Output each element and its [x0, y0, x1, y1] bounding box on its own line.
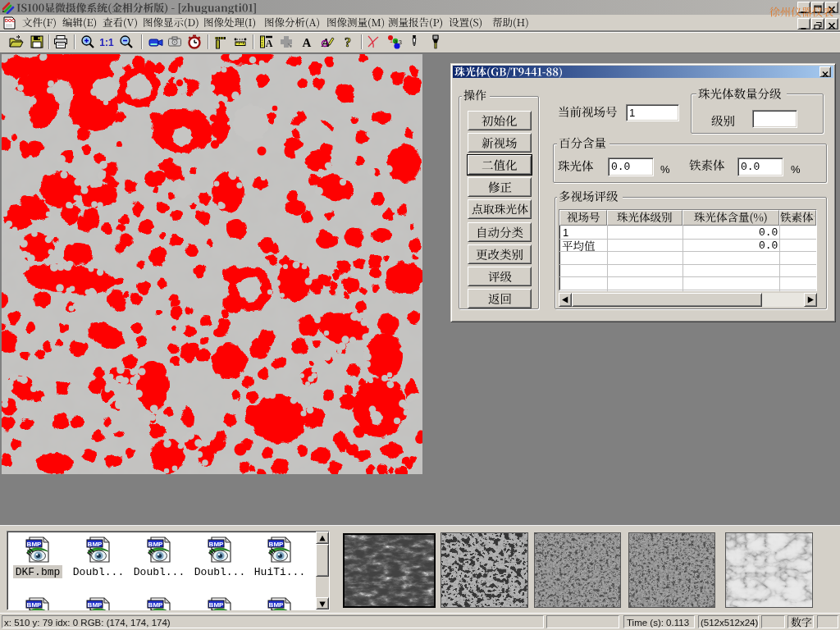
svg-text:a: a	[395, 39, 398, 44]
svg-text:1: 1	[390, 38, 393, 43]
svg-text:BMP: BMP	[27, 601, 42, 609]
svg-text:BMP: BMP	[148, 601, 163, 609]
svg-text:BMP: BMP	[27, 541, 42, 548]
svg-text:BMP: BMP	[269, 541, 284, 548]
svg-text:DOC: DOC	[5, 18, 15, 23]
svg-text:1:1: 1:1	[99, 37, 114, 48]
svg-text:BMP: BMP	[148, 541, 163, 548]
svg-text:BMP: BMP	[209, 541, 224, 548]
svg-text:3: 3	[399, 39, 402, 45]
svg-text:BMP: BMP	[88, 541, 103, 548]
svg-text:BMP: BMP	[88, 601, 103, 609]
svg-text:A: A	[266, 38, 273, 49]
svg-text:BMP: BMP	[209, 601, 224, 609]
svg-text:A: A	[303, 36, 312, 49]
svg-text:?: ?	[345, 35, 351, 49]
svg-text:BMP: BMP	[269, 601, 284, 609]
